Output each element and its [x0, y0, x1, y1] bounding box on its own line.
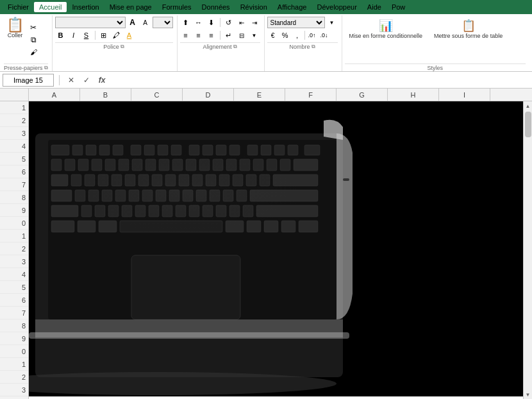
- indent-increase-button[interactable]: ⇥: [249, 17, 260, 28]
- menu-item-formules[interactable]: Formules: [157, 2, 197, 12]
- align-bot-button[interactable]: ⬇: [206, 17, 217, 28]
- row-num-4[interactable]: 4: [0, 140, 28, 153]
- row-num-20[interactable]: 0: [0, 345, 28, 358]
- italic-button[interactable]: I: [68, 30, 79, 41]
- comma-button[interactable]: ,: [292, 30, 303, 41]
- decrease-decimal-button[interactable]: .0↓: [319, 30, 330, 41]
- increase-decimal-button[interactable]: .0↑: [306, 30, 318, 41]
- col-header-f[interactable]: F: [285, 89, 337, 101]
- border-button[interactable]: ⊞: [98, 30, 110, 41]
- conditional-format-button[interactable]: 📊 Mise en forme conditionnelle: [345, 17, 428, 42]
- row-num-10[interactable]: 0: [0, 217, 28, 230]
- align-right-button[interactable]: ≡: [206, 30, 217, 41]
- col-header-a[interactable]: A: [29, 89, 80, 101]
- fill-color-button[interactable]: 🖍: [111, 30, 122, 41]
- styles-group: 📊 Mise en forme conditionnelle 📋 Mettre …: [342, 15, 529, 71]
- col-header-i[interactable]: I: [439, 89, 490, 101]
- row-num-12[interactable]: 2: [0, 242, 28, 255]
- merge-arrow-button[interactable]: ▼: [249, 30, 260, 41]
- row-num-13[interactable]: 3: [0, 255, 28, 268]
- row-num-14[interactable]: 4: [0, 268, 28, 281]
- number-format-select[interactable]: Standard: [267, 17, 325, 28]
- increase-font-button[interactable]: A: [127, 17, 138, 28]
- alignment-expand-icon[interactable]: ⧉: [233, 44, 237, 50]
- row-num-17[interactable]: 7: [0, 307, 28, 319]
- row-num-22[interactable]: 2: [0, 371, 28, 384]
- row-num-5[interactable]: 5: [0, 153, 28, 166]
- decrease-font-button[interactable]: A: [140, 17, 151, 28]
- format-table-button[interactable]: 📋 Mettre sous forme de table: [429, 17, 507, 42]
- align-top-button[interactable]: ⬆: [180, 17, 192, 28]
- row-numbers: 1 2 3 4 5 6 7 8 9 0 1 2 3 4 5 6 7 8 9 0 …: [0, 101, 29, 399]
- cells-area[interactable]: d ▲ ▼: [29, 101, 532, 399]
- formula-confirm-button[interactable]: ✓: [80, 74, 93, 87]
- percent-button[interactable]: %: [279, 30, 291, 41]
- menu-bar: Fichier Accueil Insertion Mise en page F…: [0, 0, 532, 14]
- column-headers: A B C D E F G H I: [0, 89, 532, 101]
- formula-input[interactable]: [111, 74, 529, 87]
- bold-button[interactable]: B: [55, 30, 67, 41]
- row-num-21[interactable]: 1: [0, 358, 28, 371]
- row-num-23[interactable]: 3: [0, 384, 28, 396]
- menu-item-mise-en-page[interactable]: Mise en page: [104, 2, 157, 12]
- couper-button[interactable]: ✂: [28, 22, 39, 33]
- col-header-e[interactable]: E: [234, 89, 285, 101]
- font-expand-icon[interactable]: ⧉: [121, 44, 124, 50]
- font-color-button[interactable]: A: [124, 30, 135, 41]
- name-box[interactable]: [3, 74, 54, 87]
- row-num-7[interactable]: 7: [0, 178, 28, 191]
- menu-item-donnees[interactable]: Données: [197, 2, 235, 12]
- laptop-image: d: [29, 101, 532, 396]
- wrap-text-button[interactable]: ↵: [223, 30, 235, 41]
- scrollbar-up-button[interactable]: ▲: [524, 101, 532, 110]
- font-size-select[interactable]: [153, 17, 173, 28]
- formula-cancel-button[interactable]: ✕: [65, 74, 78, 87]
- copier-button[interactable]: ⧉: [28, 34, 39, 46]
- ribbon-content: 📋 Coller ✂ ⧉ 🖌 Presse-papiers ⧉ A: [0, 15, 532, 71]
- row-num-11[interactable]: 1: [0, 230, 28, 242]
- rotate-button[interactable]: ↺: [223, 17, 235, 28]
- svg-rect-101: [51, 143, 317, 239]
- currency-button[interactable]: €: [267, 30, 279, 41]
- formula-fx-button[interactable]: fx: [96, 74, 108, 87]
- vertical-scrollbar[interactable]: ▲ ▼: [523, 101, 532, 399]
- align-mid-button[interactable]: ↔: [193, 17, 204, 28]
- row-num-19[interactable]: 9: [0, 332, 28, 345]
- row-num-2[interactable]: 2: [0, 114, 28, 127]
- menu-item-aide[interactable]: Aide: [362, 2, 387, 12]
- col-header-c[interactable]: C: [131, 89, 183, 101]
- indent-decrease-button[interactable]: ⇤: [236, 17, 247, 28]
- menu-item-insertion[interactable]: Insertion: [67, 2, 104, 12]
- scrollbar-thumb[interactable]: [525, 112, 531, 137]
- col-header-g[interactable]: G: [337, 89, 388, 101]
- coller-button[interactable]: 📋 Coller: [4, 17, 26, 62]
- col-header-d[interactable]: D: [183, 89, 234, 101]
- row-num-18[interactable]: 8: [0, 319, 28, 332]
- merge-button[interactable]: ⊟: [236, 30, 247, 41]
- row-num-1[interactable]: 1: [0, 101, 28, 114]
- number-expand-arrow[interactable]: ▼: [326, 17, 338, 28]
- row-num-9[interactable]: 9: [0, 204, 28, 217]
- row-num-8[interactable]: 8: [0, 191, 28, 204]
- menu-item-affichage[interactable]: Affichage: [272, 2, 312, 12]
- row-num-16[interactable]: 6: [0, 294, 28, 307]
- row-num-6[interactable]: 6: [0, 166, 28, 178]
- col-header-b[interactable]: B: [80, 89, 131, 101]
- underline-button[interactable]: S: [81, 30, 92, 41]
- row-num-15[interactable]: 5: [0, 281, 28, 294]
- menu-item-developpeur[interactable]: Développeur: [312, 2, 362, 12]
- align-center-button[interactable]: ≡: [193, 30, 204, 41]
- menu-item-pow[interactable]: Pow: [387, 2, 410, 12]
- reproduire-button[interactable]: 🖌: [28, 46, 39, 58]
- clipboard-expand-icon[interactable]: ⧉: [44, 65, 48, 71]
- menu-item-fichier[interactable]: Fichier: [3, 2, 34, 12]
- font-name-select[interactable]: [55, 17, 126, 28]
- menu-item-revision[interactable]: Révision: [235, 2, 272, 12]
- row-num-3[interactable]: 3: [0, 127, 28, 140]
- number-expand-icon[interactable]: ⧉: [312, 44, 315, 50]
- align-left-button[interactable]: ≡: [180, 30, 192, 41]
- menu-item-accueil[interactable]: Accueil: [34, 2, 67, 12]
- col-header-h[interactable]: H: [388, 89, 439, 101]
- number-group: Standard ▼ € % , .0↑ .0↓ Nombre ⧉: [265, 15, 342, 71]
- scrollbar-down-button[interactable]: ▼: [524, 390, 532, 399]
